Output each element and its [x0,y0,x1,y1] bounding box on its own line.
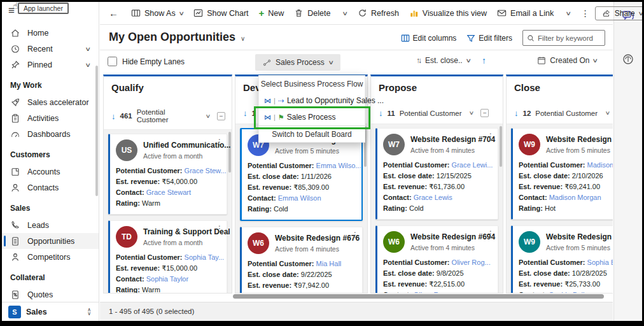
home-icon [10,28,20,38]
card-field: Est. revenue: ₹85,309.00 [248,182,356,193]
collapse-lane-icon[interactable]: − [480,109,489,117]
record-link[interactable]: Emma Wilson [278,194,321,202]
card-more-kebab[interactable]: ⋮ [487,229,494,238]
card-field: Est. close date: 9/8/2025 [383,268,493,279]
sidebar-item-competitors[interactable]: Competitors [2,249,99,265]
overflow-chevron[interactable]: ∨ [338,4,353,22]
record-link[interactable]: Sophia Bailey [549,291,592,293]
record-link[interactable]: Grace Stew... [185,167,227,174]
record-link[interactable]: Emma Wilso... [316,162,361,169]
card-field: Rating: Hot [519,203,613,214]
show-as-button[interactable]: Show As∨ [126,4,188,22]
opportunity-card[interactable]: W9 Website Redesign #92 Active from 5 mi… [511,225,613,293]
menu-item-switch-default-board[interactable]: Switch to Default Board [259,125,365,142]
record-link[interactable]: Grace Lewi... [452,161,493,169]
opportunity-card[interactable]: W7 Website Redesign #704 Active from 4 m… [375,128,498,220]
card-active-status: Active from a month [143,239,230,246]
record-link[interactable]: Madison Morgan [549,194,601,201]
sort-field-dropdown[interactable]: ↑↓ Est. close..∨ [416,56,470,65]
visualize-view-button[interactable]: Visualize this view [404,4,492,22]
card-active-status: Active from 5 minutes [275,147,360,155]
sidebar-item-activities[interactable]: Activities [2,110,99,126]
chevron-down-icon: ∨ [241,35,245,42]
business-process-dropdown[interactable]: Sales Process∨ [255,54,340,71]
more-commands-kebab[interactable]: ⋮ [576,8,595,18]
app-tile: S [8,306,21,318]
record-link[interactable]: Grace Stewart [146,188,191,196]
record-link[interactable]: Mia Hall [316,260,342,267]
envelope-icon [497,8,507,18]
sort-direction-button[interactable]: ↑ [482,55,486,66]
card-field: Potential Customer: Sophia Tay... [116,252,221,263]
chevron-down-icon[interactable]: ∨ [605,110,611,116]
lane-scrollbar[interactable] [500,126,502,167]
sidebar-scrollbar[interactable] [95,66,98,196]
avatar: W9 [519,231,540,253]
edit-filters-button[interactable]: Edit filters [466,34,512,43]
show-chart-icon [193,8,203,18]
avatar: W9 [519,134,540,155]
flag-icon: ⚑ [278,113,284,122]
opportunity-card[interactable]: W6 Website Redesign #676 Active from 4 m… [240,227,363,293]
menu-item-lead-to-opportunity[interactable]: ⋈| ⇢ Lead to Opportunity Sales ... [259,92,365,109]
card-field: Rating: Warm [116,198,221,209]
sidebar-item-dashboards[interactable]: Dashboards [2,126,99,142]
sidebar-scroll-area: Home Recent ∨ Pinned ∨ My Work Sales acc… [2,21,99,301]
opportunity-card[interactable]: TD Training & Support Deal Active from a… [108,220,227,293]
collapse-lane-icon[interactable]: − [217,112,225,120]
delete-button[interactable]: Delete [289,4,335,22]
copilot-icon[interactable] [622,53,634,66]
record-link[interactable]: Oliver Rog... [452,259,491,266]
share-button[interactable]: Share∨ [595,6,642,20]
sidebar-item-quotes[interactable]: Quotes [2,287,99,301]
status-bar: 1 - 495 of 495 (0 selected) [100,302,613,321]
sidebar-item-opportunities[interactable]: Opportunities [2,233,99,249]
record-link[interactable]: Sophia Tay... [185,253,225,261]
back-button[interactable]: ← [104,4,123,22]
record-link[interactable]: Sophia Bai... [587,259,613,266]
sidebar-item-sales-accelerator[interactable]: Sales accelerator [2,94,99,110]
new-button[interactable]: +New [254,4,290,22]
field-value: 12/15/2025 [437,172,472,180]
record-link[interactable]: Mia Hall [278,292,304,293]
hide-empty-lanes-toggle[interactable]: Hide Empty Lanes [108,57,185,66]
record-link[interactable]: Oliver Rogers [414,291,456,293]
record-link[interactable]: Sophia Taylor [146,275,188,283]
card-more-kebab[interactable]: ⋮ [487,132,494,141]
sidebar-item-pinned[interactable]: Pinned ∨ [2,57,99,73]
email-link-button[interactable]: Email a Link [492,4,559,22]
card-field: Contact: Madison Morgan [519,192,613,203]
menu-item-sales-process[interactable]: ⋈| ⚑ Sales Process [259,109,365,125]
opportunity-card[interactable]: W9 Website Redesign #948 Active from 5 m… [511,128,613,220]
sidebar-item-leads[interactable]: Leads [2,217,99,233]
group-field-dropdown[interactable]: Created On∨ [537,56,598,65]
card-more-kebab[interactable]: ⋮ [351,230,359,239]
chevron-down-icon[interactable]: ∨ [206,113,211,119]
refresh-button[interactable]: Refresh [353,4,404,22]
sidebar-item-accounts[interactable]: Accounts [2,164,99,180]
horizontal-scrollbar[interactable] [233,294,604,299]
edit-columns-button[interactable]: Edit columns [401,34,457,43]
overflow-chevron-2[interactable]: ∨ [561,4,576,22]
app-switcher[interactable]: S Sales ∧∨ [2,302,99,321]
card-field: Potential Customer: Grace Stew... [116,166,221,176]
show-chart-button[interactable]: Show Chart [188,4,253,22]
sidebar-item-contacts[interactable]: Contacts [2,180,99,195]
card-active-status: Active from 5 minutes [546,146,613,154]
opportunity-card[interactable]: W6 Website Redesign #694 Active from 4 m… [375,225,498,293]
chevron-down-icon[interactable]: ∨ [469,110,475,116]
keyword-filter-input[interactable] [538,34,601,42]
record-link[interactable]: Madison Mo... [587,161,613,169]
sidebar-item-home[interactable]: Home [2,25,99,41]
hand-cursor-icon: ☝ [13,2,18,11]
card-more-kebab[interactable]: ⋮ [216,138,223,146]
chevron-down-icon: ∨ [85,46,92,52]
column-count-row: ↓ 461 Potential Customer ∨ − [104,93,232,129]
record-link[interactable]: Grace Lewis [414,194,452,201]
view-selector[interactable]: My Open Opportunities∨ [109,31,245,44]
hide-empty-lanes-checkbox[interactable] [108,57,117,66]
card-field: Est. revenue: ₹97,942.00 [248,280,357,291]
card-more-kebab[interactable]: ⋮ [216,224,223,233]
sidebar-item-recent[interactable]: Recent ∨ [2,41,99,57]
opportunity-card[interactable]: US Unified Communicatio... Active from a… [108,134,227,215]
